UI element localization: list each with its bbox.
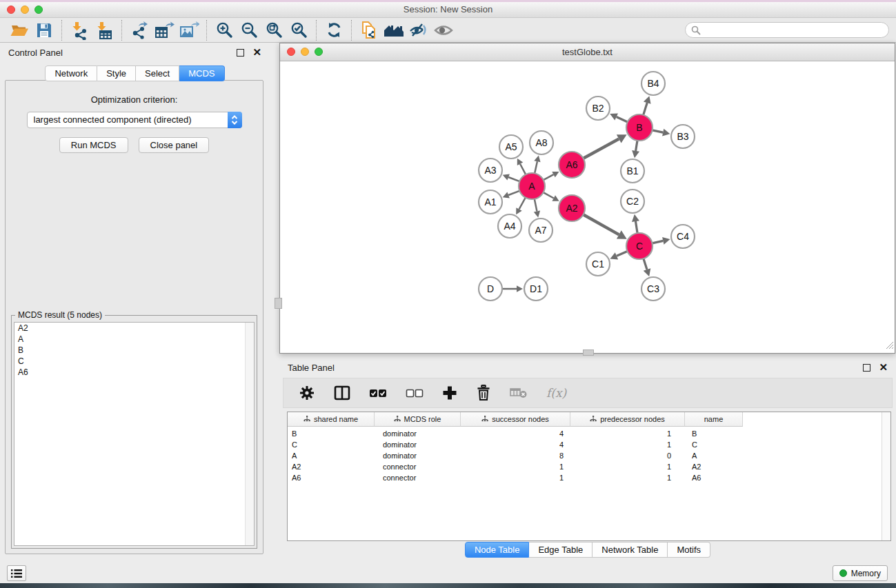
import-network-icon[interactable] <box>67 19 92 41</box>
zoom-out-icon[interactable] <box>237 19 261 41</box>
tab-motifs[interactable]: Motifs <box>668 542 710 558</box>
task-history-button[interactable] <box>7 565 26 581</box>
zoom-in-icon[interactable] <box>212 19 237 41</box>
table-cell[interactable]: 4 <box>461 439 570 450</box>
search-input[interactable] <box>701 25 888 36</box>
list-scrollbar[interactable] <box>245 323 254 545</box>
list-item[interactable]: A6 <box>14 367 254 378</box>
first-neighbors-icon[interactable] <box>381 19 406 41</box>
table-cell[interactable]: 1 <box>461 461 570 472</box>
table-cell[interactable]: 8 <box>461 450 570 461</box>
close-table-panel-icon[interactable]: ✕ <box>879 363 888 372</box>
vertical-splitter-handle[interactable] <box>275 298 282 309</box>
tab-mcds[interactable]: MCDS <box>179 65 224 81</box>
table-cell[interactable]: connector <box>375 461 461 472</box>
network-close-button[interactable] <box>287 48 295 56</box>
table-cell[interactable]: A2 <box>288 461 375 472</box>
list-item[interactable]: A2 <box>14 323 254 334</box>
graph-edge-A2-C[interactable] <box>584 214 619 234</box>
sort-column-icon[interactable] <box>590 415 597 423</box>
table-cell[interactable]: A2 <box>685 461 743 472</box>
column-header-predecessor-nodes[interactable]: predecessor nodes <box>570 412 685 427</box>
graph-edge-A-A2[interactable] <box>544 192 554 198</box>
graph-edge-B-B1[interactable] <box>636 141 637 151</box>
tab-node-table[interactable]: Node Table <box>465 542 530 558</box>
mcds-result-list[interactable]: A2ABCA6 <box>14 322 255 546</box>
graph-edge-C-C2[interactable] <box>635 221 637 233</box>
network-minimize-button[interactable] <box>301 48 309 56</box>
node-table[interactable]: shared nameMCDS rolesuccessor nodesprede… <box>287 412 891 541</box>
graph-edge-C-C1[interactable] <box>617 252 628 256</box>
table-cell[interactable]: 0 <box>570 450 685 461</box>
run-mcds-button[interactable]: Run MCDS <box>59 137 128 153</box>
table-cell[interactable]: dominator <box>375 450 461 461</box>
graph-edge-A-A8[interactable] <box>535 161 537 173</box>
table-cell[interactable]: A <box>685 450 743 461</box>
table-cell[interactable]: 1 <box>570 439 685 450</box>
open-file-icon[interactable] <box>7 19 32 41</box>
graph-edge-A-A4[interactable] <box>519 198 526 210</box>
column-header-name[interactable]: name <box>685 412 743 427</box>
float-table-panel-icon[interactable] <box>863 364 870 372</box>
export-table-icon[interactable] <box>152 19 177 41</box>
tab-select[interactable]: Select <box>136 65 179 81</box>
column-header-MCDS-role[interactable]: MCDS role <box>375 412 461 427</box>
save-session-icon[interactable] <box>32 19 57 41</box>
column-header-shared-name[interactable]: shared name <box>288 412 375 427</box>
tab-network-table[interactable]: Network Table <box>593 542 668 558</box>
column-header-successor-nodes[interactable]: successor nodes <box>461 412 570 427</box>
table-cell[interactable]: A6 <box>288 472 375 483</box>
table-cell[interactable]: A <box>288 450 375 461</box>
graph-edge-B-B3[interactable] <box>653 130 664 132</box>
settings-gear-icon[interactable] <box>299 385 315 401</box>
table-row[interactable]: Bdominator41B <box>288 428 882 439</box>
table-cell[interactable]: B <box>288 428 375 439</box>
table-cell[interactable]: A6 <box>685 472 743 483</box>
graph-edge-A-A3[interactable] <box>508 177 519 181</box>
maximize-window-button[interactable] <box>34 6 43 14</box>
table-row[interactable]: Cdominator41C <box>288 439 882 450</box>
list-item[interactable]: B <box>14 345 254 356</box>
float-panel-icon[interactable] <box>237 49 244 57</box>
zoom-selected-icon[interactable] <box>286 19 311 41</box>
zoom-fit-icon[interactable] <box>261 19 286 41</box>
minimize-window-button[interactable] <box>21 6 29 14</box>
table-cell[interactable]: dominator <box>375 439 461 450</box>
graph-edge-A-A5[interactable] <box>520 164 526 174</box>
select-all-icon[interactable] <box>369 389 387 398</box>
table-row[interactable]: A6connector11A6 <box>288 472 882 483</box>
show-all-icon[interactable] <box>431 19 456 41</box>
graph-edge-C-C3[interactable] <box>644 258 647 270</box>
list-item[interactable]: A <box>14 334 254 345</box>
duplicate-network-icon[interactable] <box>357 19 381 41</box>
table-cell[interactable]: B <box>685 428 743 439</box>
network-graph[interactable]: AA1A2A3A4A5A6A7A8BB1B2B3B4CC1C2C3C4DD1 <box>280 61 895 353</box>
tab-edge-table[interactable]: Edge Table <box>529 542 593 558</box>
graph-edge-A-A7[interactable] <box>535 199 537 212</box>
tab-network[interactable]: Network <box>45 65 97 81</box>
close-panel-button[interactable]: Close panel <box>139 137 210 153</box>
split-columns-icon[interactable] <box>334 385 350 401</box>
table-row[interactable]: A2connector11A2 <box>288 461 882 472</box>
table-cell[interactable]: 4 <box>461 428 570 439</box>
graph-edge-A-A1[interactable] <box>508 191 519 195</box>
close-panel-icon[interactable]: ✕ <box>252 48 261 57</box>
table-cell[interactable]: 1 <box>570 472 685 483</box>
sort-column-icon[interactable] <box>481 415 488 423</box>
graph-edge-C-C4[interactable] <box>653 241 664 243</box>
memory-button[interactable]: Memory <box>833 565 888 581</box>
graph-edge-A-A6[interactable] <box>544 174 554 180</box>
network-maximize-button[interactable] <box>315 48 323 56</box>
table-cell[interactable]: connector <box>375 472 461 483</box>
export-image-icon[interactable] <box>177 19 201 41</box>
search-field[interactable] <box>685 22 889 38</box>
table-cell[interactable]: 1 <box>461 472 570 483</box>
close-window-button[interactable] <box>7 6 15 14</box>
hide-selected-icon[interactable] <box>406 19 431 41</box>
table-cell[interactable]: C <box>685 439 743 450</box>
sort-column-icon[interactable] <box>394 415 401 423</box>
network-canvas[interactable]: AA1A2A3A4A5A6A7A8BB1B2B3B4CC1C2C3C4DD1 <box>280 61 895 353</box>
table-scrollbar[interactable] <box>882 412 890 540</box>
export-network-icon[interactable] <box>127 19 152 41</box>
function-builder-icon[interactable]: f(x) <box>546 386 566 400</box>
